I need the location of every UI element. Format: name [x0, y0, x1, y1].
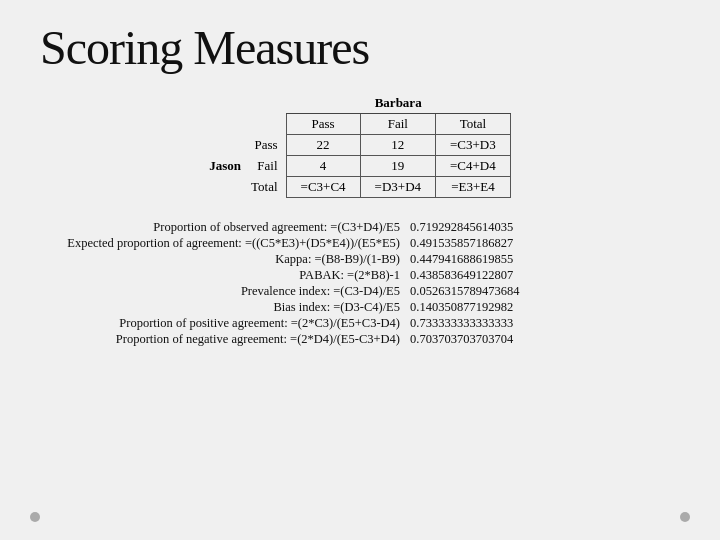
stat-value-4: 0.0526315789473684 — [410, 284, 680, 299]
stat-label-2: Kappa: =(B8-B9)/(1-B9) — [40, 252, 410, 267]
stat-value-3: 0.438583649122807 — [410, 268, 680, 283]
stat-label-7: Proportion of negative agreement: =(2*D4… — [40, 332, 410, 347]
col-header-total: Total — [436, 114, 511, 135]
stat-label-4: Prevalence index: =(C3-D4)/E5 — [40, 284, 410, 299]
stat-value-7: 0.703703703703704 — [410, 332, 680, 347]
row-label-fail: Fail — [251, 156, 286, 177]
stat-row-6: Proportion of positive agreement: =(2*C3… — [40, 316, 680, 331]
dot-right — [680, 512, 690, 522]
stat-value-0: 0.719292845614035 — [410, 220, 680, 235]
stat-label-1: Expected proportion of agreement: =((C5*… — [40, 236, 410, 251]
cell-fail-total: =C4+D4 — [436, 156, 511, 177]
jason-label: Jason — [209, 135, 251, 198]
barbara-header-row: Barbara — [209, 95, 510, 114]
stat-row-7: Proportion of negative agreement: =(2*D4… — [40, 332, 680, 347]
stat-value-5: 0.140350877192982 — [410, 300, 680, 315]
cell-total-pass: =C3+C4 — [286, 177, 360, 198]
scoring-table-section: Barbara Pass Fail Total Jason Pass 22 12… — [40, 95, 680, 198]
stat-row-3: PABAK: =(2*B8)-1 0.438583649122807 — [40, 268, 680, 283]
stat-label-6: Proportion of positive agreement: =(2*C3… — [40, 316, 410, 331]
stat-value-6: 0.733333333333333 — [410, 316, 680, 331]
stat-value-1: 0.491535857186827 — [410, 236, 680, 251]
cell-pass-pass: 22 — [286, 135, 360, 156]
data-row-1: Jason Pass 22 12 =C3+D3 — [209, 135, 510, 156]
data-row-3: Total =C3+C4 =D3+D4 =E3+E4 — [209, 177, 510, 198]
col-header-pass: Pass — [286, 114, 360, 135]
cell-pass-total: =C3+D3 — [436, 135, 511, 156]
decorative-dots — [0, 512, 720, 522]
stat-label-5: Bias index: =(D3-C4)/E5 — [40, 300, 410, 315]
stat-row-1: Expected proportion of agreement: =((C5*… — [40, 236, 680, 251]
cell-total-total: =E3+E4 — [436, 177, 511, 198]
cell-pass-fail: 12 — [360, 135, 435, 156]
page: Scoring Measures Barbara Pass Fail Total — [0, 0, 720, 540]
stat-label-3: PABAK: =(2*B8)-1 — [40, 268, 410, 283]
row-label-total: Total — [251, 177, 286, 198]
cell-fail-fail: 19 — [360, 156, 435, 177]
col-header-fail: Fail — [360, 114, 435, 135]
stat-label-0: Proportion of observed agreement: =(C3+D… — [40, 220, 410, 235]
stat-row-5: Bias index: =(D3-C4)/E5 0.14035087719298… — [40, 300, 680, 315]
cell-total-fail: =D3+D4 — [360, 177, 435, 198]
cell-fail-pass: 4 — [286, 156, 360, 177]
layout-table: Barbara Pass Fail Total Jason Pass 22 12… — [209, 95, 511, 198]
barbara-label: Barbara — [286, 95, 510, 114]
col-header-row: Pass Fail Total — [209, 114, 510, 135]
stats-section: Proportion of observed agreement: =(C3+D… — [40, 220, 680, 348]
stat-row-2: Kappa: =(B8-B9)/(1-B9) 0.447941688619855 — [40, 252, 680, 267]
stat-value-2: 0.447941688619855 — [410, 252, 680, 267]
data-row-2: Fail 4 19 =C4+D4 — [209, 156, 510, 177]
dot-left — [30, 512, 40, 522]
stat-row-4: Prevalence index: =(C3-D4)/E5 0.05263157… — [40, 284, 680, 299]
page-title: Scoring Measures — [40, 20, 369, 75]
stat-row-0: Proportion of observed agreement: =(C3+D… — [40, 220, 680, 235]
row-label-pass: Pass — [251, 135, 286, 156]
